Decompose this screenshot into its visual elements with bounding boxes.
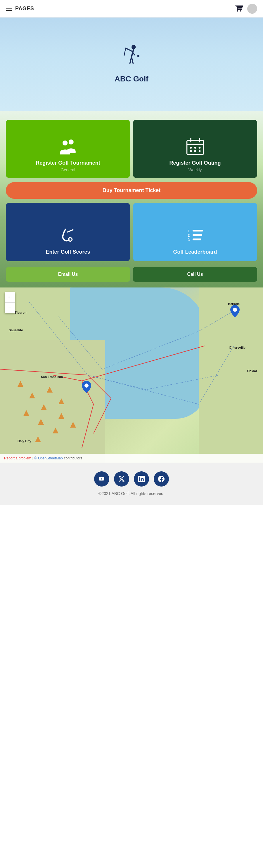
zoom-in-button[interactable]: + <box>5 292 15 303</box>
bottom-cards-grid: Enter Golf Scores 1 2 3 Golf Leaderboard <box>6 203 257 261</box>
map-container[interactable]: Tiburon Sausalito San Francisco Daly Cit… <box>0 287 263 463</box>
footer-section: ©2021 ABC Golf. All rights reserved. <box>0 463 263 505</box>
golf-scores-card[interactable]: Enter Golf Scores <box>6 203 130 261</box>
svg-marker-36 <box>70 422 76 428</box>
svg-marker-37 <box>53 428 58 433</box>
map-separator: | <box>32 456 33 460</box>
map-pin-top <box>230 305 240 317</box>
svg-line-2 <box>126 48 133 51</box>
svg-point-14 <box>189 147 192 149</box>
golf-leaderboard-title: Golf Leaderboard <box>173 249 217 255</box>
svg-line-6 <box>132 57 133 63</box>
svg-marker-38 <box>35 436 41 442</box>
svg-point-17 <box>189 150 192 152</box>
hero-title: ABC Golf <box>115 74 148 84</box>
map-pin-main <box>82 381 91 393</box>
svg-point-18 <box>194 150 196 152</box>
svg-point-20 <box>68 238 72 241</box>
header: PAGES <box>0 0 263 18</box>
leaderboard-icon: 1 2 3 <box>186 226 204 245</box>
osm-link[interactable]: © OpenStreetMap <box>34 456 63 460</box>
svg-rect-27 <box>193 239 201 240</box>
svg-point-39 <box>84 383 89 388</box>
svg-rect-26 <box>193 234 202 236</box>
svg-marker-28 <box>18 381 23 387</box>
svg-line-3 <box>124 48 126 55</box>
linkedin-button[interactable] <box>134 471 149 487</box>
svg-marker-29 <box>29 393 35 398</box>
svg-text:3: 3 <box>187 238 189 242</box>
register-outing-card[interactable]: Register Golf Outing Weekly <box>133 120 257 178</box>
svg-line-21 <box>67 230 73 232</box>
email-us-button[interactable]: Email Us <box>6 267 130 282</box>
register-outing-subtitle: Weekly <box>188 167 202 172</box>
golf-scores-title: Enter Golf Scores <box>46 249 90 255</box>
outing-icon <box>185 137 205 156</box>
register-outing-title: Register Golf Outing <box>169 160 221 166</box>
golfer-icon <box>118 42 145 70</box>
register-tournament-title: Register Golf Tournament <box>36 160 100 166</box>
map-controls: + − <box>5 292 15 313</box>
report-problem-link[interactable]: Report a problem <box>4 456 31 460</box>
hero-section: ABC Golf <box>0 18 263 111</box>
svg-marker-30 <box>41 404 47 410</box>
register-tournament-subtitle: General <box>61 167 76 172</box>
svg-point-15 <box>194 147 196 149</box>
svg-text:2: 2 <box>187 234 189 238</box>
svg-point-9 <box>62 141 67 145</box>
header-left: PAGES <box>6 5 34 12</box>
svg-point-8 <box>68 139 74 144</box>
buy-ticket-button[interactable]: Buy Tournament Ticket <box>6 182 257 199</box>
cart-icon[interactable] <box>235 4 243 13</box>
twitter-button[interactable] <box>114 471 129 487</box>
pages-label: PAGES <box>15 5 34 12</box>
scores-icon <box>59 226 77 245</box>
call-us-button[interactable]: Call Us <box>133 267 257 282</box>
svg-point-19 <box>198 150 201 152</box>
footer-copyright: ©2021 ABC Golf. All rights reserved. <box>98 491 165 496</box>
svg-point-16 <box>198 147 201 149</box>
svg-point-7 <box>137 55 139 57</box>
contact-buttons: Email Us Call Us <box>6 267 257 287</box>
golf-leaderboard-card[interactable]: 1 2 3 Golf Leaderboard <box>133 203 257 261</box>
svg-point-40 <box>233 308 237 312</box>
map-footer: Report a problem | © OpenStreetMap contr… <box>0 454 263 463</box>
svg-marker-35 <box>23 410 29 416</box>
main-content: Register Golf Tournament General <box>0 111 263 287</box>
contributors-text: contributors <box>64 456 82 460</box>
top-cards-grid: Register Golf Tournament General <box>6 120 257 178</box>
tournament-icon <box>58 137 78 156</box>
header-right <box>235 4 257 14</box>
youtube-button[interactable] <box>94 471 109 487</box>
svg-marker-34 <box>38 419 44 425</box>
map-section: Tiburon Sausalito San Francisco Daly Cit… <box>0 287 263 463</box>
social-row <box>94 471 169 487</box>
avatar[interactable] <box>247 4 257 14</box>
svg-marker-32 <box>58 398 64 404</box>
svg-rect-25 <box>193 230 203 231</box>
register-tournament-card[interactable]: Register Golf Tournament General <box>6 120 130 178</box>
svg-text:1: 1 <box>187 229 189 233</box>
facebook-button[interactable] <box>154 471 169 487</box>
svg-marker-31 <box>47 387 53 393</box>
svg-marker-33 <box>58 413 64 419</box>
hamburger-menu-icon[interactable] <box>6 7 12 11</box>
zoom-out-button[interactable]: − <box>5 303 15 313</box>
